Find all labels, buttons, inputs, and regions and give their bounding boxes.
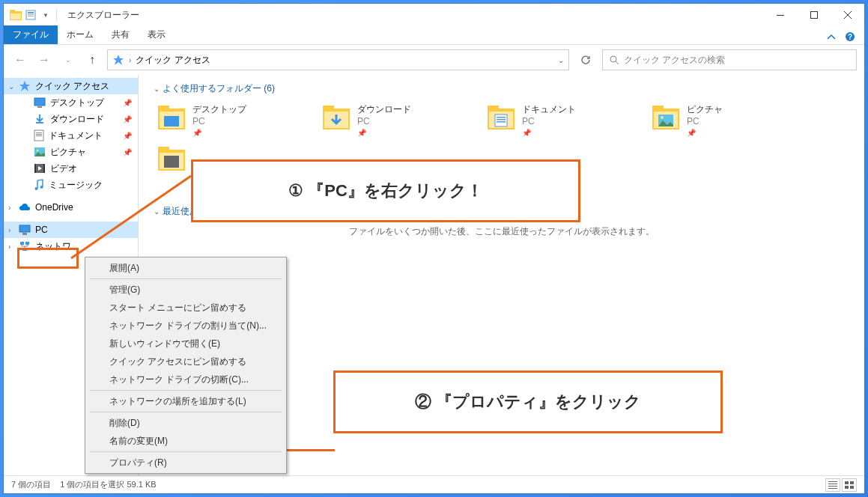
- callout-line-1: [64, 168, 198, 266]
- menu-separator: [90, 278, 282, 279]
- window-controls: [763, 4, 864, 26]
- svg-rect-12: [34, 98, 45, 106]
- svg-point-20: [37, 150, 39, 152]
- svg-rect-2: [10, 13, 21, 19]
- menu-properties[interactable]: プロパティ(R): [87, 454, 285, 472]
- menu-delete[interactable]: 削除(D): [87, 414, 285, 432]
- svg-rect-41: [495, 115, 507, 126]
- svg-rect-34: [164, 116, 179, 126]
- star-icon: [112, 54, 124, 66]
- status-selected: 1 個の項目を選択 59.1 KB: [60, 479, 156, 490]
- svg-rect-29: [25, 242, 29, 245]
- svg-rect-16: [36, 132, 42, 133]
- video-icon: [34, 163, 46, 174]
- svg-point-49: [661, 116, 664, 119]
- view-details-button[interactable]: [825, 478, 840, 492]
- svg-point-11: [610, 56, 616, 62]
- svg-rect-53: [164, 156, 179, 168]
- sidebar-item-desktop[interactable]: デスクトップ 📌: [4, 94, 138, 111]
- qat-dropdown-icon[interactable]: ▼: [40, 9, 52, 21]
- chevron-right-icon[interactable]: ›: [8, 226, 10, 234]
- svg-rect-59: [850, 481, 854, 484]
- sidebar-item-documents[interactable]: ドキュメント 📌: [4, 127, 138, 144]
- menu-add-location[interactable]: ネットワークの場所を追加する(L): [87, 392, 285, 410]
- folder-icon: [651, 104, 681, 131]
- status-bar: 7 個の項目 1 個の項目を選択 59.1 KB: [4, 475, 864, 493]
- menu-manage[interactable]: 管理(G): [87, 281, 285, 299]
- status-item-count: 7 個の項目: [11, 479, 51, 490]
- folder-pictures[interactable]: ピクチャPC📌: [648, 101, 813, 142]
- explorer-icon: [10, 9, 22, 21]
- menu-pin-qa[interactable]: クイック アクセスにピン留めする: [87, 353, 285, 371]
- menu-expand[interactable]: 展開(A): [87, 259, 285, 277]
- address-dropdown-icon[interactable]: ⌄: [558, 56, 564, 64]
- svg-rect-39: [488, 106, 499, 112]
- svg-rect-58: [845, 481, 849, 484]
- desktop-icon: [34, 97, 46, 108]
- menu-separator: [90, 412, 282, 412]
- sidebar-item-pictures[interactable]: ピクチャ 📌: [4, 144, 138, 160]
- back-button[interactable]: ←: [11, 51, 29, 69]
- svg-rect-57: [828, 488, 837, 489]
- menu-map-drive[interactable]: ネットワーク ドライブの割り当て(N)...: [87, 317, 285, 335]
- svg-rect-30: [22, 248, 27, 251]
- svg-rect-46: [652, 106, 664, 112]
- folder-icon: [486, 104, 516, 131]
- pin-icon: 📌: [687, 129, 696, 137]
- chevron-right-icon[interactable]: ›: [8, 204, 10, 212]
- pin-icon: 📌: [357, 129, 366, 137]
- menu-rename[interactable]: 名前の変更(M): [87, 432, 285, 450]
- svg-text:?: ?: [848, 33, 852, 41]
- svg-rect-27: [22, 233, 27, 235]
- svg-rect-13: [37, 106, 42, 108]
- folder-icon: [321, 104, 351, 131]
- chevron-down-icon[interactable]: ⌄: [8, 82, 14, 91]
- menu-new-window[interactable]: 新しいウィンドウで開く(E): [87, 335, 285, 353]
- pin-icon: 📌: [522, 129, 531, 137]
- svg-rect-7: [777, 15, 784, 16]
- svg-rect-51: [158, 147, 169, 153]
- tab-home[interactable]: ホーム: [58, 25, 103, 44]
- pin-icon: 📌: [123, 148, 132, 156]
- minimize-button[interactable]: [763, 4, 797, 26]
- svg-rect-14: [36, 122, 43, 124]
- svg-rect-42: [497, 117, 506, 118]
- sidebar-item-quickaccess[interactable]: ⌄ クイック アクセス: [4, 78, 138, 94]
- explorer-window: ▼ エクスプローラー ファイル ホーム 共有 表示 ? ← → ⌄ ↑ › クイ…: [3, 3, 865, 494]
- folder-desktop[interactable]: デスクトップPC📌: [154, 101, 318, 142]
- svg-rect-17: [36, 134, 42, 135]
- cloud-icon: [19, 203, 31, 212]
- view-icons-button[interactable]: [842, 478, 857, 492]
- search-icon: [609, 55, 619, 65]
- properties-qat-icon[interactable]: [25, 9, 37, 21]
- window-title: エクスプローラー: [61, 9, 763, 22]
- menu-disconnect[interactable]: ネットワーク ドライブの切断(C)...: [87, 371, 285, 388]
- svg-rect-28: [20, 242, 24, 245]
- callout-1: ① 『PC』を右クリック！: [191, 159, 580, 222]
- callout-2: ② 『プロパティ』をクリック: [333, 371, 723, 433]
- chevron-right-icon[interactable]: ›: [8, 243, 10, 251]
- sidebar-item-downloads[interactable]: ダウンロード 📌: [4, 111, 138, 127]
- callout-line-2: [287, 449, 335, 451]
- up-button[interactable]: ↑: [83, 51, 101, 69]
- refresh-button[interactable]: [575, 49, 596, 70]
- forward-button[interactable]: →: [35, 51, 53, 69]
- search-input[interactable]: クイック アクセスの検索: [602, 49, 857, 70]
- titlebar: ▼ エクスプローラー: [4, 4, 864, 26]
- tab-file[interactable]: ファイル: [4, 25, 58, 44]
- section-frequent[interactable]: ⌄ よく使用するフォルダー (6): [154, 82, 849, 95]
- menu-pin-start[interactable]: スタート メニューにピン留めする: [87, 299, 285, 317]
- close-button[interactable]: [831, 4, 864, 26]
- pin-icon: 📌: [192, 129, 201, 137]
- maximize-button[interactable]: [797, 4, 831, 26]
- recent-dropdown[interactable]: ⌄: [59, 51, 77, 69]
- tab-share[interactable]: 共有: [103, 25, 139, 44]
- address-bar[interactable]: › クイック アクセス ⌄: [107, 49, 569, 70]
- svg-rect-6: [28, 16, 34, 16]
- pin-icon: 📌: [123, 115, 132, 124]
- tab-view[interactable]: 表示: [139, 25, 174, 44]
- help-ribbon-toggle[interactable]: ?: [827, 31, 864, 44]
- folder-documents[interactable]: ドキュメントPC📌: [483, 101, 648, 142]
- svg-rect-8: [810, 12, 817, 19]
- folder-downloads[interactable]: ダウンロードPC📌: [318, 101, 483, 142]
